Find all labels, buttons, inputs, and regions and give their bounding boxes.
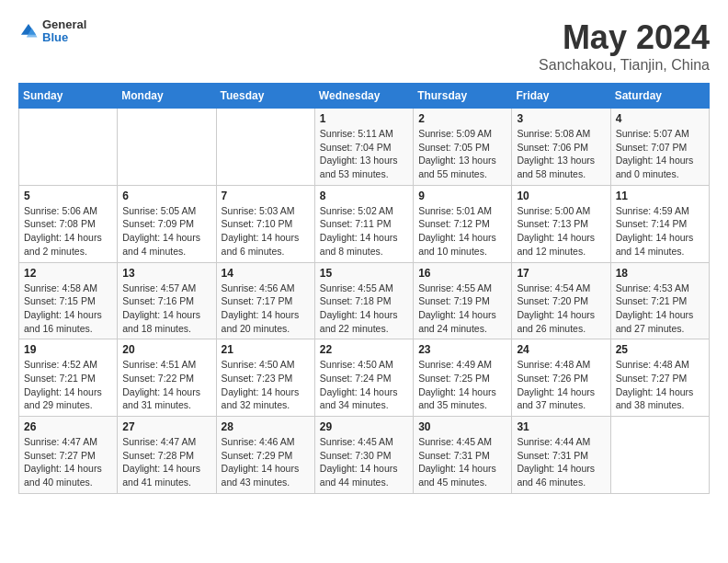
day-cell: 7Sunrise: 5:03 AMSunset: 7:10 PMDaylight… (216, 185, 314, 262)
day-info: Sunrise: 4:49 AMSunset: 7:25 PMDaylight:… (418, 358, 506, 412)
header-row: SundayMondayTuesdayWednesdayThursdayFrid… (19, 84, 710, 109)
day-cell: 22Sunrise: 4:50 AMSunset: 7:24 PMDayligh… (314, 339, 413, 417)
day-info: Sunrise: 4:50 AMSunset: 7:23 PMDaylight:… (222, 358, 310, 412)
day-number: 2 (418, 112, 506, 125)
week-row-4: 26Sunrise: 4:47 AMSunset: 7:27 PMDayligh… (19, 417, 710, 494)
day-cell: 21Sunrise: 4:50 AMSunset: 7:23 PMDayligh… (216, 339, 314, 417)
day-info: Sunrise: 5:01 AMSunset: 7:12 PMDaylight:… (418, 204, 506, 259)
logo: General Blue (18, 18, 86, 45)
day-info: Sunrise: 4:55 AMSunset: 7:19 PMDaylight:… (418, 282, 506, 336)
day-info: Sunrise: 4:56 AMSunset: 7:17 PMDaylight:… (222, 282, 310, 336)
week-row-2: 12Sunrise: 4:58 AMSunset: 7:15 PMDayligh… (19, 262, 710, 339)
day-info: Sunrise: 4:47 AMSunset: 7:28 PMDaylight:… (122, 435, 210, 489)
calendar-body: 1Sunrise: 5:11 AMSunset: 7:04 PMDaylight… (19, 109, 710, 494)
day-number: 30 (418, 420, 506, 433)
day-number: 15 (320, 267, 408, 280)
location-title: Sanchakou, Tianjin, China (539, 57, 710, 74)
day-info: Sunrise: 4:47 AMSunset: 7:27 PMDaylight:… (24, 435, 112, 489)
day-info: Sunrise: 4:44 AMSunset: 7:31 PMDaylight:… (517, 435, 605, 489)
calendar-table: SundayMondayTuesdayWednesdayThursdayFrid… (18, 83, 710, 494)
week-row-3: 19Sunrise: 4:52 AMSunset: 7:21 PMDayligh… (19, 339, 710, 417)
day-number: 21 (222, 343, 310, 356)
day-info: Sunrise: 5:09 AMSunset: 7:05 PMDaylight:… (418, 127, 506, 181)
day-number: 27 (122, 420, 210, 433)
calendar-header: SundayMondayTuesdayWednesdayThursdayFrid… (19, 84, 710, 109)
day-cell (610, 417, 709, 494)
logo-blue: Blue (42, 31, 86, 44)
day-info: Sunrise: 5:03 AMSunset: 7:10 PMDaylight:… (222, 204, 310, 259)
header-friday: Friday (512, 84, 610, 109)
day-info: Sunrise: 4:45 AMSunset: 7:31 PMDaylight:… (418, 435, 506, 489)
day-number: 23 (418, 343, 506, 356)
day-cell: 14Sunrise: 4:56 AMSunset: 7:17 PMDayligh… (216, 262, 314, 339)
day-info: Sunrise: 4:48 AMSunset: 7:27 PMDaylight:… (616, 358, 704, 412)
day-cell (118, 109, 216, 186)
day-number: 29 (320, 420, 408, 433)
day-number: 1 (320, 112, 408, 125)
day-number: 17 (517, 267, 605, 280)
day-cell: 6Sunrise: 5:05 AMSunset: 7:09 PMDaylight… (118, 185, 216, 262)
header-monday: Monday (118, 84, 216, 109)
day-number: 25 (616, 343, 704, 356)
day-cell: 5Sunrise: 5:06 AMSunset: 7:08 PMDaylight… (19, 185, 118, 262)
day-number: 9 (418, 190, 506, 202)
day-cell: 20Sunrise: 4:51 AMSunset: 7:22 PMDayligh… (118, 339, 216, 417)
day-number: 10 (517, 190, 605, 202)
week-row-0: 1Sunrise: 5:11 AMSunset: 7:04 PMDaylight… (19, 109, 710, 186)
day-cell: 24Sunrise: 4:48 AMSunset: 7:26 PMDayligh… (512, 339, 610, 417)
day-info: Sunrise: 5:00 AMSunset: 7:13 PMDaylight:… (517, 204, 605, 259)
day-cell (19, 109, 118, 186)
day-number: 18 (616, 267, 704, 280)
day-info: Sunrise: 4:55 AMSunset: 7:18 PMDaylight:… (320, 282, 408, 336)
day-cell: 9Sunrise: 5:01 AMSunset: 7:12 PMDaylight… (414, 185, 512, 262)
day-info: Sunrise: 4:54 AMSunset: 7:20 PMDaylight:… (517, 282, 605, 336)
day-number: 12 (24, 267, 112, 280)
logo-text: General Blue (42, 18, 86, 45)
day-number: 20 (122, 343, 210, 356)
day-number: 11 (616, 190, 704, 202)
day-cell: 2Sunrise: 5:09 AMSunset: 7:05 PMDaylight… (414, 109, 512, 186)
day-cell: 28Sunrise: 4:46 AMSunset: 7:29 PMDayligh… (216, 417, 314, 494)
day-cell (216, 109, 314, 186)
day-cell: 29Sunrise: 4:45 AMSunset: 7:30 PMDayligh… (314, 417, 413, 494)
day-cell: 15Sunrise: 4:55 AMSunset: 7:18 PMDayligh… (314, 262, 413, 339)
day-info: Sunrise: 4:53 AMSunset: 7:21 PMDaylight:… (616, 282, 704, 336)
day-number: 14 (222, 267, 310, 280)
day-cell: 3Sunrise: 5:08 AMSunset: 7:06 PMDaylight… (512, 109, 610, 186)
day-cell: 1Sunrise: 5:11 AMSunset: 7:04 PMDaylight… (314, 109, 413, 186)
day-info: Sunrise: 4:46 AMSunset: 7:29 PMDaylight:… (222, 435, 310, 489)
header-thursday: Thursday (414, 84, 512, 109)
header-saturday: Saturday (610, 84, 709, 109)
day-cell: 25Sunrise: 4:48 AMSunset: 7:27 PMDayligh… (610, 339, 709, 417)
day-info: Sunrise: 4:58 AMSunset: 7:15 PMDaylight:… (24, 282, 112, 336)
day-cell: 19Sunrise: 4:52 AMSunset: 7:21 PMDayligh… (19, 339, 118, 417)
page-header: General Blue May 2024 Sanchakou, Tianjin… (18, 18, 710, 74)
day-info: Sunrise: 4:52 AMSunset: 7:21 PMDaylight:… (24, 358, 112, 412)
day-number: 4 (616, 112, 704, 125)
day-info: Sunrise: 4:50 AMSunset: 7:24 PMDaylight:… (320, 358, 408, 412)
day-info: Sunrise: 4:48 AMSunset: 7:26 PMDaylight:… (517, 358, 605, 412)
title-area: May 2024 Sanchakou, Tianjin, China (539, 18, 710, 74)
header-sunday: Sunday (19, 84, 118, 109)
day-cell: 27Sunrise: 4:47 AMSunset: 7:28 PMDayligh… (118, 417, 216, 494)
header-wednesday: Wednesday (314, 84, 413, 109)
day-cell: 13Sunrise: 4:57 AMSunset: 7:16 PMDayligh… (118, 262, 216, 339)
day-info: Sunrise: 5:06 AMSunset: 7:08 PMDaylight:… (24, 204, 112, 259)
week-row-1: 5Sunrise: 5:06 AMSunset: 7:08 PMDaylight… (19, 185, 710, 262)
day-info: Sunrise: 5:02 AMSunset: 7:11 PMDaylight:… (320, 204, 408, 259)
day-cell: 8Sunrise: 5:02 AMSunset: 7:11 PMDaylight… (314, 185, 413, 262)
day-info: Sunrise: 5:05 AMSunset: 7:09 PMDaylight:… (122, 204, 210, 259)
day-number: 8 (320, 190, 408, 202)
day-cell: 4Sunrise: 5:07 AMSunset: 7:07 PMDaylight… (610, 109, 709, 186)
day-number: 22 (320, 343, 408, 356)
day-number: 28 (222, 420, 310, 433)
logo-general: General (42, 18, 86, 31)
day-number: 3 (517, 112, 605, 125)
day-number: 24 (517, 343, 605, 356)
header-tuesday: Tuesday (216, 84, 314, 109)
day-cell: 30Sunrise: 4:45 AMSunset: 7:31 PMDayligh… (414, 417, 512, 494)
day-info: Sunrise: 5:11 AMSunset: 7:04 PMDaylight:… (320, 127, 408, 181)
day-cell: 18Sunrise: 4:53 AMSunset: 7:21 PMDayligh… (610, 262, 709, 339)
day-cell: 10Sunrise: 5:00 AMSunset: 7:13 PMDayligh… (512, 185, 610, 262)
day-cell: 11Sunrise: 4:59 AMSunset: 7:14 PMDayligh… (610, 185, 709, 262)
